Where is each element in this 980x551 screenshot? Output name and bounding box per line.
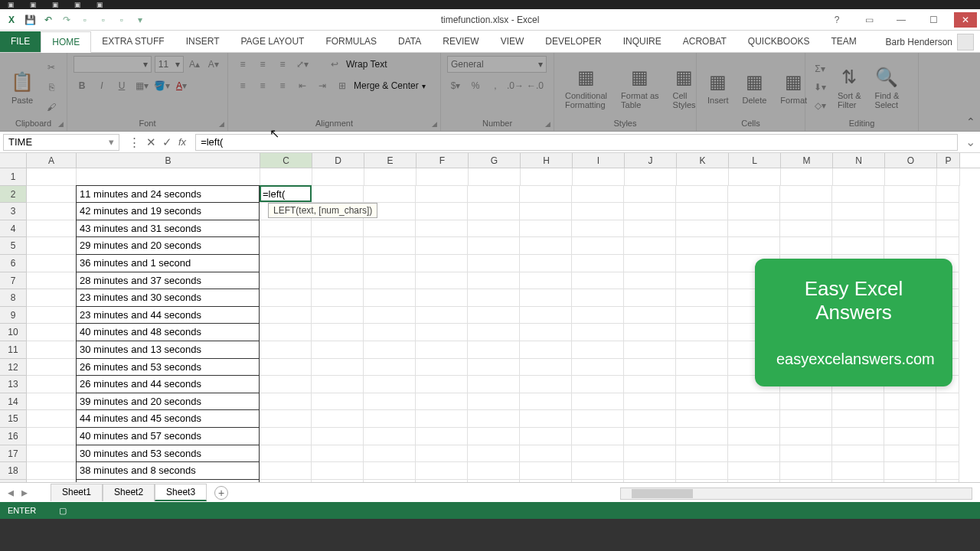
cell[interactable] [520, 203, 572, 220]
cell[interactable] [884, 445, 936, 463]
cell[interactable] [260, 341, 312, 359]
cell[interactable] [676, 445, 728, 463]
cell[interactable] [416, 289, 468, 307]
cancel-formula-icon[interactable]: ✕ [146, 135, 156, 149]
cell[interactable] [260, 220, 312, 238]
cell[interactable] [936, 445, 959, 463]
cell[interactable] [572, 428, 624, 445]
cell[interactable] [364, 341, 416, 359]
wrap-text-icon[interactable]: ↩ [326, 56, 343, 73]
cell[interactable] [468, 237, 520, 255]
cell[interactable] [416, 359, 468, 377]
format-painter-icon[interactable]: 🖌 [43, 99, 60, 116]
cell[interactable] [469, 168, 521, 186]
cell[interactable] [780, 410, 832, 428]
help-icon[interactable]: ? [825, 12, 848, 28]
cell[interactable] [364, 376, 416, 393]
cell[interactable] [624, 220, 676, 238]
cell[interactable] [832, 393, 884, 411]
cell[interactable] [520, 237, 572, 255]
enter-formula-icon[interactable]: ✓ [162, 135, 172, 149]
cell[interactable] [468, 359, 520, 377]
cell[interactable] [27, 186, 77, 204]
orientation-icon[interactable]: ⤢▾ [294, 56, 311, 73]
active-cell[interactable]: =left( [260, 185, 312, 202]
cell[interactable] [884, 410, 936, 428]
cell[interactable]: 40 minutes and 48 seconds [76, 323, 260, 341]
cell[interactable] [832, 410, 884, 428]
cell[interactable] [27, 272, 77, 290]
cell[interactable] [572, 376, 624, 393]
cell[interactable] [260, 255, 312, 272]
increase-font-icon[interactable]: A▴ [187, 56, 203, 73]
cell[interactable] [676, 462, 728, 480]
cell[interactable] [260, 393, 312, 411]
cell[interactable] [468, 186, 520, 204]
cell[interactable] [468, 393, 520, 411]
col-header[interactable]: C [260, 153, 312, 168]
cell[interactable] [624, 428, 676, 445]
cell[interactable]: 26 minutes and 44 seconds [76, 375, 260, 393]
align-left-icon[interactable]: ≡ [234, 77, 251, 94]
cell[interactable] [520, 376, 572, 393]
cell[interactable] [27, 237, 77, 255]
format-table-button[interactable]: ▦Format as Table [616, 64, 664, 111]
ribbon-options-icon[interactable]: ▭ [858, 12, 880, 28]
cell[interactable] [624, 341, 676, 359]
cell[interactable] [520, 289, 572, 307]
collapse-ribbon-icon[interactable]: ⌃ [966, 116, 975, 128]
row-header[interactable]: 14 [0, 393, 27, 411]
cell[interactable] [728, 462, 780, 480]
cell[interactable] [572, 324, 624, 341]
cell[interactable] [312, 359, 364, 377]
align-bottom-icon[interactable]: ≡ [274, 56, 291, 73]
indent-dec-icon[interactable]: ⇤ [294, 77, 311, 94]
tab-inquire[interactable]: INQUIRE [612, 31, 672, 52]
cell[interactable] [780, 462, 832, 480]
cell[interactable] [625, 168, 677, 186]
cell[interactable] [780, 220, 832, 238]
cell[interactable] [572, 220, 624, 238]
cell[interactable] [364, 393, 416, 411]
cell[interactable] [364, 255, 416, 272]
col-header[interactable]: K [677, 153, 729, 168]
minimize-icon[interactable]: — [890, 12, 913, 28]
tab-acrobat[interactable]: ACROBAT [672, 31, 737, 52]
cell[interactable] [624, 445, 676, 463]
cell[interactable] [728, 428, 780, 445]
cell[interactable] [572, 393, 624, 411]
col-header[interactable]: I [573, 153, 625, 168]
cell[interactable] [416, 376, 468, 393]
cell[interactable] [624, 186, 676, 204]
col-header[interactable]: N [833, 153, 885, 168]
add-sheet-button[interactable]: + [214, 486, 228, 500]
cell[interactable] [677, 168, 729, 186]
cell[interactable] [468, 376, 520, 393]
currency-icon[interactable]: $▾ [447, 77, 464, 94]
cell[interactable] [520, 341, 572, 359]
cell[interactable] [364, 220, 416, 238]
cell[interactable] [832, 237, 884, 255]
cell[interactable] [728, 393, 780, 411]
cell[interactable] [416, 324, 468, 341]
cell[interactable] [27, 445, 77, 463]
user-name[interactable]: Barb Henderson [886, 37, 952, 47]
cell[interactable] [416, 462, 468, 480]
cell[interactable] [520, 359, 572, 377]
cell[interactable] [780, 428, 832, 445]
cell[interactable] [833, 168, 885, 186]
cell[interactable] [624, 462, 676, 480]
cell[interactable] [260, 289, 312, 307]
row-header[interactable]: 9 [0, 307, 27, 324]
cell[interactable] [832, 445, 884, 463]
cell[interactable] [884, 203, 936, 220]
cell[interactable]: 43 minutes and 31 seconds [76, 220, 260, 238]
cell[interactable] [416, 168, 469, 186]
sheet-next-icon[interactable]: ▸ [21, 485, 28, 500]
cell[interactable] [676, 428, 728, 445]
cell[interactable] [312, 341, 364, 359]
sheet-tab-sheet2[interactable]: Sheet2 [103, 484, 155, 501]
cell[interactable] [468, 324, 520, 341]
select-all-cells[interactable] [0, 153, 27, 168]
row-header[interactable]: 16 [0, 428, 27, 445]
